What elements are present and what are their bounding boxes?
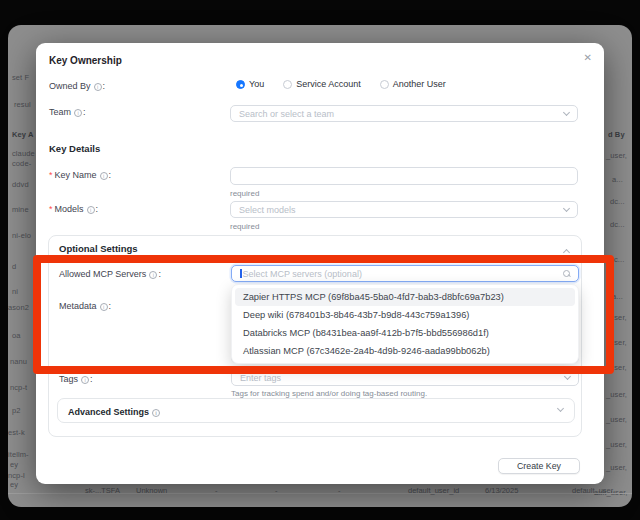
background-text-fragment: user, [610, 363, 627, 372]
background-text-fragment: code- [12, 159, 31, 168]
radio-owned-by-another-user[interactable]: Another User [380, 79, 446, 89]
background-text-fragment: itellm- [8, 450, 29, 459]
chevron-down-icon [563, 205, 570, 212]
create-key-button[interactable]: Create Key [498, 458, 580, 474]
background-text-fragment: ason2 [8, 303, 29, 312]
radio-label: Another User [393, 79, 446, 89]
info-icon: i [152, 409, 160, 417]
background-text-fragment: dc... [610, 220, 625, 229]
background-text-fragment: c... [614, 255, 624, 264]
key-ownership-modal: Key Ownership ✕ Owned Byi: You Service A… [36, 43, 604, 484]
advanced-settings-heading: Advanced Settingsi [68, 407, 161, 417]
info-icon: i [100, 303, 108, 311]
background-text-fragment: a... [612, 292, 623, 301]
radio-label: You [249, 79, 264, 89]
background-text-fragment: ncp-l [8, 471, 25, 480]
background-text-fragment: ddvd [12, 180, 29, 189]
background-text-fragment: dc... [610, 197, 625, 206]
background-text-fragment: user, [610, 313, 627, 322]
text-caret [240, 269, 242, 278]
optional-settings-heading: Optional Settings [59, 243, 138, 254]
background-text-fragment: ncp-t [10, 383, 27, 392]
team-select[interactable]: Search or select a team [230, 105, 578, 122]
background-text-fragment: d [12, 262, 16, 271]
models-select[interactable]: Select models [230, 201, 578, 218]
owned-by-radio-group: You Service Account Another User [236, 79, 446, 89]
key-name-input[interactable] [230, 167, 578, 185]
info-icon: i [100, 172, 108, 180]
advanced-settings-panel[interactable]: Advanced Settingsi [57, 398, 575, 423]
background-text-fragment: ey [10, 460, 18, 469]
radio-label: Service Account [296, 79, 361, 89]
radio-circle[interactable] [283, 80, 292, 89]
background-text-fragment: ni-elo [12, 231, 31, 240]
info-icon: i [81, 376, 89, 384]
mcp-option-atlassian[interactable]: Atlassian MCP (67c3462e-2a4b-4d9b-9246-a… [235, 342, 575, 360]
background-text-fragment: mine [12, 205, 29, 214]
background-text-fragment: set F [12, 73, 29, 82]
info-icon: i [74, 109, 82, 117]
background-text-fragment: a... [612, 175, 623, 184]
tags-label: Tagsi: [59, 374, 93, 384]
optional-settings-panel: Optional Settings Allowed MCP Serversi: … [48, 235, 582, 437]
background-text-fragment: est-k [8, 428, 25, 437]
modal-title: Key Ownership [49, 55, 122, 66]
owned-by-label: Owned Byi: [49, 81, 105, 91]
models-label: *Modelsi: [49, 204, 98, 214]
tags-helper-text: Tags for tracking spend and/or doing tag… [231, 389, 427, 398]
radio-owned-by-service-account[interactable]: Service Account [283, 79, 361, 89]
key-name-label: *Key Namei: [49, 170, 111, 180]
models-required-hint: required [230, 222, 259, 231]
radio-circle-checked[interactable] [236, 80, 245, 89]
table-footer-divider [8, 493, 632, 494]
background-text-fragment: Key A [12, 130, 33, 139]
chevron-down-icon[interactable] [557, 405, 564, 412]
models-select-placeholder: Select models [239, 205, 564, 215]
background-text-fragment: user, [610, 338, 627, 347]
chevron-down-icon [563, 109, 570, 116]
screenshot-stage: set FresulKey Aclaudecode-ddvdmineni-elo… [0, 0, 640, 520]
mcp-option-zapier[interactable]: Zapier HTTPS MCP (69f8ba45-5ba0-4fd7-bab… [235, 288, 575, 306]
info-icon: i [149, 271, 157, 279]
background-text-fragment: _user, [606, 440, 627, 449]
background-text-fragment: _user, [606, 415, 627, 424]
tags-placeholder: Enter tags [240, 373, 565, 383]
mcp-option-databricks[interactable]: Databricks MCP (b8431bea-aa9f-412b-b7f5-… [235, 324, 575, 342]
info-icon: i [87, 206, 95, 214]
background-text-fragment: oa [12, 331, 21, 340]
background-text-fragment: ni [12, 287, 18, 296]
allowed-mcp-select[interactable]: Select MCP servers (optional) [231, 265, 579, 282]
background-text-fragment: d By [608, 130, 625, 139]
key-details-heading: Key Details [49, 143, 100, 154]
background-text-fragment: nanu [10, 357, 27, 366]
background-text-fragment: _user, [606, 390, 627, 399]
tags-select[interactable]: Enter tags [231, 369, 579, 386]
search-icon [563, 270, 570, 277]
allowed-mcp-label: Allowed MCP Serversi: [59, 269, 161, 279]
background-text-fragment: _user, [606, 463, 627, 472]
background-text-fragment: _user, [606, 151, 627, 160]
background-text-fragment: claude [12, 149, 35, 158]
mcp-option-deep-wiki[interactable]: Deep wiki (678401b3-8b46-43b7-b9d8-443c7… [235, 306, 575, 324]
background-text-fragment: resul [14, 100, 31, 109]
background-text-fragment: p2 [12, 406, 21, 415]
chevron-up-icon[interactable] [563, 249, 570, 256]
radio-circle[interactable] [380, 80, 389, 89]
radio-owned-by-you[interactable]: You [236, 79, 264, 89]
team-select-placeholder: Search or select a team [239, 109, 564, 119]
metadata-label: Metadatai: [59, 301, 111, 311]
close-icon[interactable]: ✕ [584, 52, 592, 64]
team-label: Teami: [49, 107, 86, 117]
chevron-down-icon [564, 373, 571, 380]
mcp-server-dropdown: Zapier HTTPS MCP (69f8ba45-5ba0-4fd7-bab… [231, 284, 579, 364]
info-icon: i [94, 83, 102, 91]
allowed-mcp-placeholder: Select MCP servers (optional) [243, 269, 564, 279]
key-name-required-hint: required [230, 189, 259, 198]
background-text-fragment: ey [10, 480, 18, 489]
